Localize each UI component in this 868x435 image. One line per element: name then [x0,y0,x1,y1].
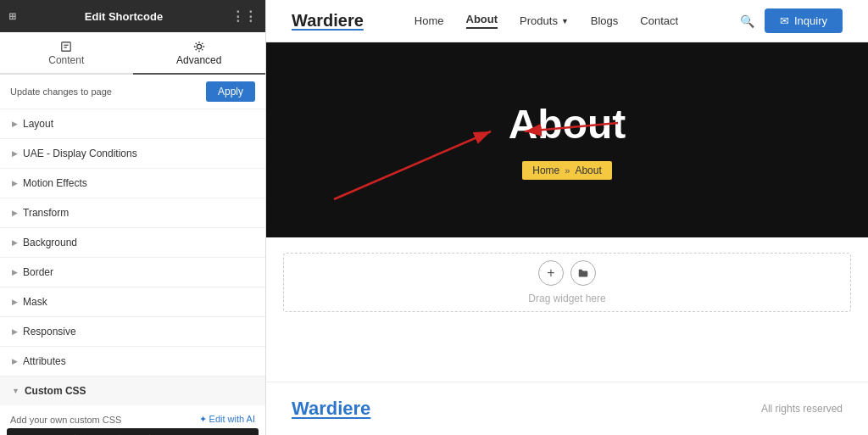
widget-drop-area[interactable]: + Drag widget here [283,253,851,312]
content-tab-icon [60,41,72,53]
accordion-responsive-label: Responsive [23,326,76,337]
accordion-motion-label: Motion Effects [23,177,87,189]
accordion-border-label: Border [23,266,53,278]
nav-produts[interactable]: Produts ▼ [520,14,569,27]
inquiry-button[interactable]: ✉ Inquiry [765,8,843,33]
svg-rect-0 [62,42,71,52]
accordion-arrow: ▶ [12,209,18,217]
accordion-list: ▶ Layout ▶ UAE - Display Conditions ▶ Mo… [0,109,265,435]
accordion-layout: ▶ Layout [0,109,265,139]
search-icon[interactable]: 🔍 [740,14,754,28]
accordion-uae-label: UAE - Display Conditions [23,148,137,159]
footer-bar: Wardiere All rights reserved [266,382,868,435]
accordion-arrow: ▶ [12,327,18,336]
left-panel: ⊞ Edit Shortcode ⋮⋮ Content Advanced Upd… [0,0,266,435]
accordion-arrow: ▶ [12,357,18,365]
drag-widget-text: Drag widget here [528,293,605,304]
hero-title: About [509,101,626,148]
tab-advanced[interactable]: Advanced [133,32,266,75]
css-label-row: Add your own custom CSS ✦ Edit with AI [0,409,265,428]
breadcrumb: Home » About [522,161,612,180]
breadcrumb-separator: » [565,165,570,176]
grid-menu-icon[interactable]: ⋮⋮ [231,8,257,24]
breadcrumb-current: About [575,165,601,176]
accordion-arrow: ▶ [12,238,18,247]
accordion-motion: ▶ Motion Effects [0,169,265,198]
hero-section: About Home » About [266,42,868,237]
nav-home[interactable]: Home [415,14,444,27]
tab-advanced-label: Advanced [176,54,221,66]
accordion-arrow: ▶ [12,149,18,158]
main-content: + Drag widget here [266,237,868,382]
accordion-background-label: Background [23,237,77,248]
apply-button[interactable]: Apply [206,81,255,102]
accordion-border: ▶ Border [0,258,265,287]
accordion-mask-label: Mask [23,296,47,308]
widget-buttons: + [538,260,596,286]
accordion-responsive: ▶ Responsive [0,317,265,347]
accordion-mask-header[interactable]: ▶ Mask [0,287,265,316]
accordion-transform: ▶ Transform [0,198,265,228]
accordion-responsive-header[interactable]: ▶ Responsive [0,317,265,346]
add-css-label: Add your own custom CSS [10,415,121,425]
nav-logo[interactable]: Wardiere [292,11,364,31]
panel-title: Edit Shortcode [16,10,231,23]
accordion-uae-header[interactable]: ▶ UAE - Display Conditions [0,139,265,168]
accordion-attributes: ▶ Attributes [0,347,265,376]
nav-blogs[interactable]: Blogs [591,14,619,27]
footer-logo[interactable]: Wardiere [292,398,370,420]
widget-folder-button[interactable] [570,260,596,286]
folder-icon [577,267,589,279]
top-nav: Wardiere Home About Produts ▼ Blogs Cont… [266,0,868,42]
nav-about[interactable]: About [466,13,498,29]
accordion-uae: ▶ UAE - Display Conditions [0,139,265,169]
accordion-layout-header[interactable]: ▶ Layout [0,109,265,138]
accordion-layout-label: Layout [23,118,53,130]
accordion-arrow: ▶ [12,120,18,128]
svg-line-6 [334,131,491,199]
accordion-attributes-label: Attributes [23,355,66,367]
breadcrumb-home: Home [532,165,559,176]
accordion-arrow: ▶ [12,298,18,306]
accordion-transform-header[interactable]: ▶ Transform [0,198,265,227]
header-icon: ⊞ [8,11,16,22]
panel-tabs: Content Advanced [0,32,265,75]
right-area: Wardiere Home About Produts ▼ Blogs Cont… [266,0,868,435]
update-bar: Update changes to page Apply [0,75,265,109]
tab-content-label: Content [48,54,84,66]
nav-contact[interactable]: Contact [640,14,678,27]
accordion-border-header[interactable]: ▶ Border [0,258,265,287]
accordion-custom-css-label: Custom CSS [25,385,86,397]
accordion-custom-css-header[interactable]: ▼ Custom CSS [0,376,265,405]
accordion-arrow: ▼ [12,387,19,395]
accordion-arrow: ▶ [12,268,18,276]
chevron-down-icon: ▼ [561,17,569,25]
panel-header: ⊞ Edit Shortcode ⋮⋮ [0,0,265,32]
accordion-mask: ▶ Mask [0,287,265,317]
accordion-attributes-header[interactable]: ▶ Attributes [0,347,265,376]
accordion-background: ▶ Background [0,228,265,258]
update-label: Update changes to page [10,86,112,97]
accordion-transform-label: Transform [23,207,69,219]
email-icon: ✉ [780,14,789,27]
footer-rights: All rights reserved [761,403,843,415]
accordion-arrow: ▶ [12,179,18,187]
css-editor[interactable]: 1/*修改包裹中链接的颜色和字体风格*/ 2.selector .rank-ma… [7,428,259,435]
nav-right: 🔍 ✉ Inquiry [740,8,843,33]
svg-point-3 [197,44,201,48]
accordion-background-header[interactable]: ▶ Background [0,228,265,257]
accordion-motion-header[interactable]: ▶ Motion Effects [0,169,265,198]
tab-content[interactable]: Content [0,32,133,73]
advanced-tab-icon [193,41,205,53]
edit-ai-button[interactable]: ✦ Edit with AI [199,414,255,425]
accordion-custom-css: ▼ Custom CSS Add your own custom CSS ✦ E… [0,376,265,435]
nav-links: Home About Produts ▼ Blogs Contact [415,13,715,29]
add-widget-button[interactable]: + [538,260,564,286]
